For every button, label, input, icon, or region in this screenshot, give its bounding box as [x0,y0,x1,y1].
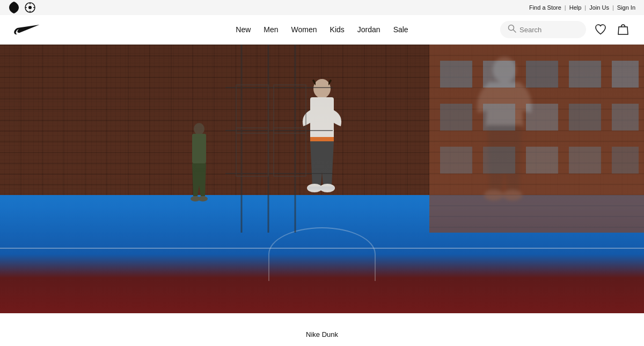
nav-link-sale[interactable]: Sale [393,25,408,34]
nav-link-kids[interactable]: Kids [330,25,345,34]
cart-button[interactable] [615,21,631,38]
utility-bar: Find a Store | Help | Join Us | Sign In [0,0,644,15]
help-link[interactable]: Help [569,4,582,11]
hero-category: Nike Dunk [11,330,633,338]
nav-link-men[interactable]: Men [264,25,278,34]
hero-overlay [0,45,644,313]
nav-item-sale[interactable]: Sale [393,25,408,34]
hero-content: Nike Dunk STEP UP FOR YOUR CITY Jalen Br… [0,313,644,346]
search-icon [508,24,516,35]
brand-icons [9,2,35,13]
sign-in-link[interactable]: Sign In [617,4,635,11]
search-input[interactable] [519,26,579,34]
nav-item-new[interactable]: New [236,25,251,34]
utility-links: Find a Store | Help | Join Us | Sign In [529,4,635,11]
sep3: | [612,4,614,11]
nike-logo[interactable] [13,25,40,34]
nav-right [500,21,631,38]
sep2: | [584,4,586,11]
converse-icon[interactable] [25,2,35,13]
nav-item-jordan[interactable]: Jordan [357,25,380,34]
hero-image [0,45,644,313]
svg-point-1 [28,6,32,9]
nav-item-women[interactable]: Women [291,25,317,34]
nav-links: New Men Women Kids Jordan Sale [236,25,408,34]
search-box[interactable] [500,21,586,38]
bag-icon [617,24,629,35]
nav-link-new[interactable]: New [236,25,251,34]
heart-icon [595,24,606,35]
nav-link-jordan[interactable]: Jordan [357,25,380,34]
nav-link-women[interactable]: Women [291,25,317,34]
svg-line-7 [514,30,516,33]
nav-item-kids[interactable]: Kids [330,25,345,34]
jordan-icon[interactable] [9,2,19,13]
sep1: | [565,4,566,11]
nav-item-men[interactable]: Men [264,25,278,34]
main-navigation: New Men Women Kids Jordan Sale [0,15,644,45]
find-store-link[interactable]: Find a Store [529,4,561,11]
join-us-link[interactable]: Join Us [589,4,609,11]
favorites-button[interactable] [592,21,609,38]
hero-title: STEP UP FOR YOUR CITY [11,343,633,346]
